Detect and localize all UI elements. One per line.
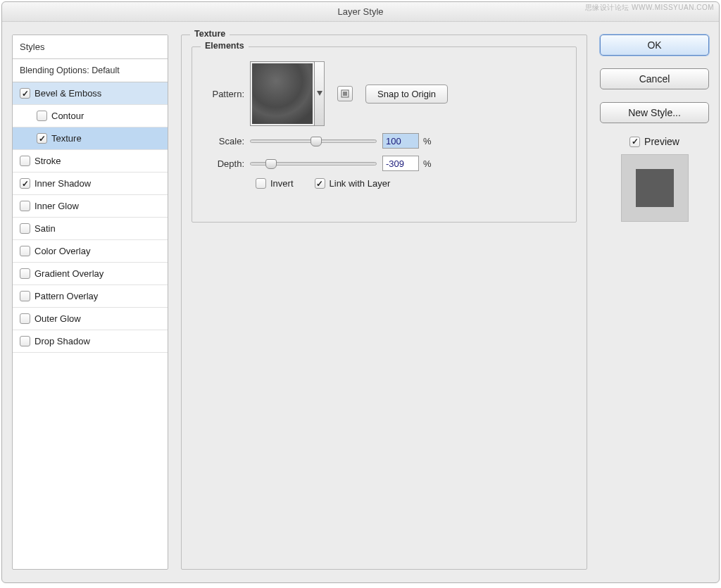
checkbox-icon[interactable] (37, 133, 47, 144)
watermark: 思缘设计论坛 WWW.MISSYUAN.COM (585, 3, 714, 13)
depth-row: Depth: % (205, 156, 563, 171)
checkbox-icon[interactable] (20, 313, 30, 324)
checkbox-icon (629, 137, 640, 147)
svg-rect-2 (343, 92, 347, 96)
style-row-label: Texture (51, 133, 82, 144)
dialog-content: Styles Blending Options: Default Bevel &… (2, 22, 719, 582)
style-row-label: Outer Glow (35, 313, 81, 324)
style-row-drop-shadow[interactable]: Drop Shadow (13, 330, 168, 353)
checkbox-icon[interactable] (37, 111, 47, 121)
style-row-bevel-emboss[interactable]: Bevel & Emboss (13, 82, 168, 105)
style-row-label: Color Overlay (35, 246, 90, 256)
scale-row: Scale: % (205, 133, 563, 149)
svg-marker-0 (317, 91, 322, 96)
invert-checkbox[interactable]: Invert (256, 178, 294, 189)
depth-input[interactable] (382, 156, 419, 171)
checkbox-icon[interactable] (20, 156, 30, 166)
pattern-swatch[interactable] (250, 61, 315, 126)
preview-swatch (621, 154, 689, 222)
style-row-color-overlay[interactable]: Color Overlay (13, 240, 168, 263)
checkbox-icon (256, 178, 266, 189)
scale-label: Scale: (205, 136, 250, 146)
chevron-down-icon (317, 91, 322, 96)
snap-to-origin-button[interactable]: Snap to Origin (365, 85, 448, 104)
style-row-inner-shadow[interactable]: Inner Shadow (13, 173, 168, 195)
style-row-label: Stroke (35, 156, 61, 166)
scale-input[interactable] (382, 133, 419, 149)
link-with-layer-checkbox[interactable]: Link with Layer (315, 178, 391, 189)
style-row-texture[interactable]: Texture (13, 127, 168, 150)
checkbox-icon[interactable] (20, 268, 30, 279)
depth-label: Depth: (205, 158, 250, 169)
cancel-button[interactable]: Cancel (600, 68, 709, 89)
slider-thumb[interactable] (265, 159, 277, 169)
preview-checkbox[interactable]: Preview (629, 136, 679, 147)
style-row-satin[interactable]: Satin (13, 218, 168, 240)
styles-panel: Styles Blending Options: Default Bevel &… (12, 35, 168, 570)
layer-style-dialog: Layer Style 思缘设计论坛 WWW.MISSYUAN.COM Styl… (1, 1, 720, 583)
style-row-label: Bevel & Emboss (35, 88, 101, 99)
ok-button[interactable]: OK (600, 35, 709, 56)
style-row-label: Pattern Overlay (35, 291, 98, 301)
styles-header[interactable]: Styles (13, 35, 168, 59)
style-row-contour[interactable]: Contour (13, 105, 168, 127)
invert-label: Invert (270, 178, 294, 189)
preview-inner (636, 169, 674, 207)
checkbox-icon[interactable] (20, 223, 30, 234)
checkbox-icon[interactable] (20, 291, 30, 301)
style-row-stroke[interactable]: Stroke (13, 150, 168, 173)
checkbox-icon[interactable] (20, 88, 30, 99)
style-row-label: Contour (51, 111, 84, 121)
checkbox-icon[interactable] (20, 336, 30, 346)
texture-group: Texture Elements Pattern: Snap to Origin (181, 35, 587, 570)
style-row-label: Drop Shadow (35, 336, 90, 346)
slider-thumb[interactable] (311, 137, 322, 146)
checkbox-icon[interactable] (20, 201, 30, 211)
style-row-inner-glow[interactable]: Inner Glow (13, 195, 168, 218)
style-row-pattern-overlay[interactable]: Pattern Overlay (13, 285, 168, 308)
checkbox-icon[interactable] (20, 246, 30, 256)
depth-slider[interactable] (250, 158, 377, 169)
preview-section: Preview (600, 136, 709, 222)
scale-unit: % (423, 136, 432, 146)
right-column: OK Cancel New Style... Preview (600, 35, 709, 570)
style-row-gradient-overlay[interactable]: Gradient Overlay (13, 263, 168, 285)
depth-unit: % (423, 158, 432, 169)
preview-label: Preview (644, 136, 679, 147)
style-row-label: Gradient Overlay (35, 268, 104, 279)
pattern-label: Pattern: (205, 89, 250, 99)
pattern-dropdown[interactable] (315, 61, 325, 126)
checks-row: Invert Link with Layer (205, 178, 563, 189)
styles-list: Bevel & EmbossContourTextureStrokeInner … (13, 82, 168, 353)
new-preset-button[interactable] (337, 86, 353, 101)
style-row-outer-glow[interactable]: Outer Glow (13, 308, 168, 330)
style-row-label: Inner Glow (35, 201, 79, 211)
pattern-row: Pattern: Snap to Origin (205, 61, 563, 126)
checkbox-icon[interactable] (20, 178, 30, 189)
elements-group: Elements Pattern: Snap to Origin S (192, 46, 577, 223)
checkbox-icon (315, 178, 325, 189)
center-panel: Texture Elements Pattern: Snap to Origin (181, 35, 587, 570)
scale-slider[interactable] (250, 135, 377, 146)
link-label: Link with Layer (330, 178, 391, 189)
elements-legend: Elements (201, 41, 249, 51)
new-preset-icon (341, 89, 349, 98)
window-title: Layer Style (337, 6, 383, 17)
blending-options-row[interactable]: Blending Options: Default (13, 59, 168, 82)
texture-legend: Texture (190, 29, 230, 39)
style-row-label: Inner Shadow (35, 178, 91, 189)
style-row-label: Satin (35, 223, 56, 234)
new-style-button[interactable]: New Style... (600, 102, 709, 123)
